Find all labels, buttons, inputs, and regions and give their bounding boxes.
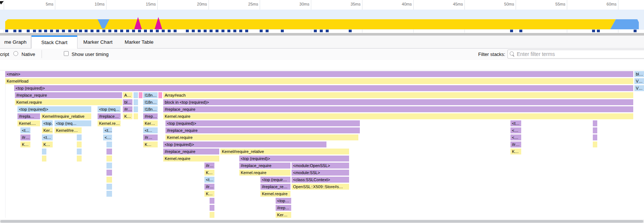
stack-frame[interactable]: V… bbox=[634, 85, 644, 91]
stack-frame[interactable]: #r… bbox=[123, 106, 132, 112]
tab-stack-chart[interactable]: Stack Chart bbox=[31, 36, 78, 49]
stack-frame[interactable]: I18n… bbox=[143, 99, 158, 105]
stack-frame[interactable]: Kernel#re… bbox=[55, 127, 82, 133]
stack-frame[interactable]: A… bbox=[123, 92, 132, 98]
stack-frame[interactable] bbox=[210, 212, 214, 218]
stack-frame[interactable]: K… bbox=[123, 113, 132, 119]
marker-dot[interactable] bbox=[91, 30, 93, 32]
stack-frame[interactable]: K… bbox=[510, 149, 521, 154]
stack-frame[interactable]: Kernel.re… bbox=[98, 120, 121, 126]
marker-dot[interactable] bbox=[314, 30, 317, 32]
track-splitter[interactable] bbox=[0, 33, 644, 36]
stack-frame[interactable]: <t… bbox=[204, 177, 214, 183]
marker-dot[interactable] bbox=[39, 30, 42, 32]
stack-frame[interactable]: #replace_require bbox=[165, 127, 360, 133]
stack-frame[interactable]: #repla… bbox=[17, 113, 40, 119]
activity-graph[interactable] bbox=[5, 19, 639, 29]
marker-dot[interactable] bbox=[56, 30, 59, 32]
stack-frame[interactable]: Kernel.require bbox=[15, 99, 122, 105]
stack-frame[interactable]: #r… bbox=[143, 134, 158, 140]
stack-frame[interactable]: #r… bbox=[204, 163, 214, 169]
marker-dot[interactable] bbox=[144, 30, 147, 32]
marker-dot[interactable] bbox=[68, 30, 71, 32]
stack-frame[interactable]: Kernel#require_relative bbox=[41, 113, 91, 119]
marker-dot[interactable] bbox=[592, 30, 595, 32]
marker-dot[interactable] bbox=[108, 30, 111, 32]
stack-frame[interactable] bbox=[106, 177, 112, 183]
tab-marker-chart[interactable]: Marker Chart bbox=[78, 36, 118, 49]
stack-frame[interactable]: OpenSSL::X509::Store#s… bbox=[292, 184, 349, 190]
stack-frame[interactable]: V… bbox=[634, 78, 644, 84]
stack-frame[interactable]: <top (required)> bbox=[165, 120, 360, 126]
stack-frame[interactable]: K… bbox=[42, 142, 53, 147]
marker-dot[interactable] bbox=[186, 30, 189, 32]
stack-frame[interactable] bbox=[106, 149, 112, 154]
tab-me-graph[interactable]: me Graph bbox=[0, 36, 31, 49]
marker-dot[interactable] bbox=[210, 30, 213, 32]
marker-dot[interactable] bbox=[33, 30, 36, 32]
stack-frame[interactable]: <t… bbox=[20, 127, 30, 133]
stack-frame[interactable]: <top (req… bbox=[55, 120, 91, 126]
horizontal-scrollbar-thumb[interactable] bbox=[0, 220, 643, 223]
marker-dot[interactable] bbox=[5, 30, 8, 32]
stack-frame[interactable]: <… bbox=[510, 127, 521, 133]
native-radio-label[interactable]: Native bbox=[22, 51, 35, 57]
stack-frame[interactable]: <main> bbox=[5, 71, 633, 77]
stack-frame[interactable] bbox=[42, 149, 46, 154]
stack-frame[interactable]: <t… bbox=[103, 127, 112, 133]
stack-frame[interactable]: bl… bbox=[123, 99, 132, 105]
marker-dot[interactable] bbox=[44, 30, 47, 32]
stack-frame[interactable]: #replace_re… bbox=[260, 184, 290, 190]
marker-dot[interactable] bbox=[597, 30, 600, 32]
stack-frame[interactable]: Kernel.require bbox=[163, 113, 633, 119]
stack-frame[interactable]: <top (required)> bbox=[163, 142, 326, 147]
stack-frame[interactable] bbox=[593, 134, 597, 140]
marker-dot[interactable] bbox=[79, 30, 82, 32]
stack-frame[interactable] bbox=[158, 92, 162, 98]
stack-frame[interactable]: Kernel.require bbox=[165, 134, 358, 140]
marker-dot[interactable] bbox=[216, 30, 218, 32]
stack-frame[interactable]: block in <top (required)> bbox=[163, 99, 633, 105]
stack-frame[interactable]: <top (required)> bbox=[17, 106, 91, 112]
marker-dot[interactable] bbox=[120, 30, 123, 32]
stack-frame[interactable] bbox=[134, 99, 138, 105]
marker-dot[interactable] bbox=[204, 30, 207, 32]
stack-frame[interactable]: Ker… bbox=[276, 212, 291, 218]
stack-frame[interactable]: <class:SSLContext> bbox=[292, 177, 349, 183]
marker-dot[interactable] bbox=[85, 30, 88, 32]
marker-dot[interactable] bbox=[192, 30, 195, 32]
stack-frame[interactable]: <top (requir… bbox=[260, 177, 290, 183]
stack-frame[interactable]: Kernel.require bbox=[163, 156, 219, 162]
marker-dot[interactable] bbox=[126, 30, 129, 32]
stack-frame[interactable] bbox=[77, 156, 82, 162]
marker-dot[interactable] bbox=[13, 30, 16, 32]
show-user-timing-label[interactable]: Show user timing bbox=[72, 51, 109, 57]
stack-frame[interactable]: <t… bbox=[143, 127, 158, 133]
stack-frame[interactable]: #replace_require bbox=[239, 163, 290, 169]
stack-frame[interactable] bbox=[139, 92, 142, 98]
marker-dot[interactable] bbox=[281, 30, 284, 32]
stack-frame[interactable] bbox=[210, 198, 214, 204]
stack-frame[interactable] bbox=[134, 113, 138, 119]
marker-dot[interactable] bbox=[96, 30, 99, 32]
stack-frame[interactable]: #rep… bbox=[143, 113, 158, 119]
stack-frame[interactable]: Ker… bbox=[42, 127, 53, 133]
stack-frame[interactable]: #r… bbox=[510, 142, 521, 147]
native-radio[interactable] bbox=[13, 51, 18, 56]
stack-frame[interactable]: K… bbox=[143, 142, 158, 147]
marker-dot[interactable] bbox=[74, 30, 77, 32]
stack-frame[interactable]: Array#each bbox=[163, 92, 633, 98]
stack-frame[interactable]: <top… bbox=[42, 120, 53, 126]
marker-dot[interactable] bbox=[162, 30, 165, 32]
stack-frame[interactable]: #replace_require bbox=[163, 106, 633, 112]
marker-dot[interactable] bbox=[266, 30, 269, 32]
stack-frame[interactable] bbox=[106, 142, 112, 147]
marker-dot[interactable] bbox=[320, 30, 323, 32]
marker-dot[interactable] bbox=[50, 30, 53, 32]
stack-frame[interactable]: Kernel#load bbox=[5, 78, 633, 84]
stack-frame[interactable] bbox=[593, 142, 597, 147]
marker-dot[interactable] bbox=[227, 30, 230, 32]
marker-dot[interactable] bbox=[221, 30, 224, 32]
tab-marker-table[interactable]: Marker Table bbox=[118, 36, 160, 49]
stack-frame[interactable] bbox=[593, 127, 597, 133]
